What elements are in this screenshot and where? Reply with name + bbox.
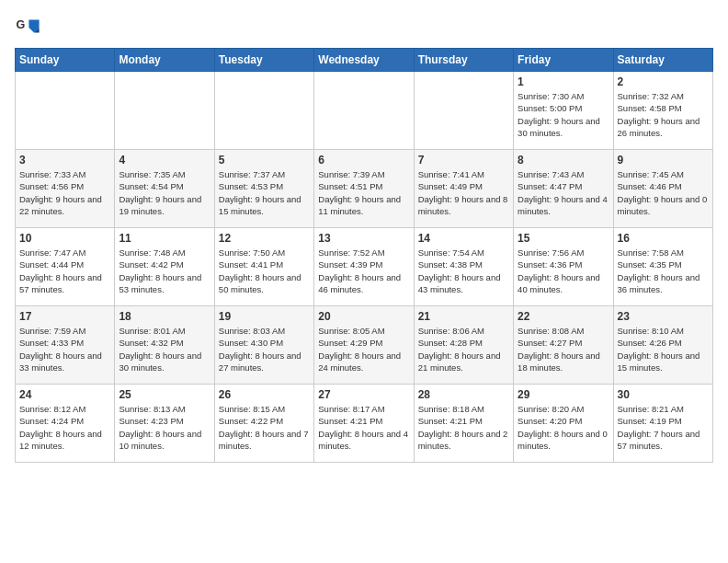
calendar-cell	[414, 72, 513, 150]
calendar-cell	[16, 72, 115, 150]
day-info: Sunrise: 7:45 AM Sunset: 4:46 PM Dayligh…	[618, 168, 709, 217]
day-number: 3	[19, 154, 110, 167]
week-row-5: 24Sunrise: 8:12 AM Sunset: 4:24 PM Dayli…	[16, 385, 713, 463]
day-number: 25	[119, 388, 210, 401]
day-info: Sunrise: 8:17 AM Sunset: 4:21 PM Dayligh…	[318, 403, 409, 452]
day-number: 19	[219, 310, 310, 323]
weekday-header-friday: Friday	[514, 49, 613, 72]
day-info: Sunrise: 8:03 AM Sunset: 4:30 PM Dayligh…	[219, 325, 310, 373]
day-number: 27	[318, 388, 409, 401]
weekday-header-saturday: Saturday	[613, 49, 712, 72]
day-info: Sunrise: 8:21 AM Sunset: 4:19 PM Dayligh…	[618, 403, 709, 452]
week-row-1: 1Sunrise: 7:30 AM Sunset: 5:00 PM Daylig…	[16, 72, 713, 150]
calendar-table: SundayMondayTuesdayWednesdayThursdayFrid…	[15, 48, 713, 463]
calendar-cell: 15Sunrise: 7:56 AM Sunset: 4:36 PM Dayli…	[514, 228, 613, 306]
calendar-cell: 18Sunrise: 8:01 AM Sunset: 4:32 PM Dayli…	[115, 306, 214, 385]
day-info: Sunrise: 7:37 AM Sunset: 4:53 PM Dayligh…	[219, 168, 310, 217]
logo: G	[15, 15, 44, 40]
day-number: 29	[518, 388, 609, 401]
calendar-cell: 11Sunrise: 7:48 AM Sunset: 4:42 PM Dayli…	[115, 228, 214, 306]
day-info: Sunrise: 7:48 AM Sunset: 4:42 PM Dayligh…	[119, 247, 210, 295]
day-info: Sunrise: 8:10 AM Sunset: 4:26 PM Dayligh…	[618, 325, 709, 373]
calendar-cell: 22Sunrise: 8:08 AM Sunset: 4:27 PM Dayli…	[514, 306, 613, 385]
day-info: Sunrise: 7:43 AM Sunset: 4:47 PM Dayligh…	[518, 168, 609, 217]
day-number: 8	[518, 154, 609, 167]
calendar-cell: 28Sunrise: 8:18 AM Sunset: 4:21 PM Dayli…	[414, 385, 513, 463]
day-info: Sunrise: 7:33 AM Sunset: 4:56 PM Dayligh…	[19, 168, 110, 217]
day-number: 26	[219, 388, 310, 401]
day-info: Sunrise: 7:52 AM Sunset: 4:39 PM Dayligh…	[318, 247, 409, 295]
day-number: 1	[518, 75, 609, 88]
day-number: 5	[219, 154, 310, 167]
day-info: Sunrise: 8:01 AM Sunset: 4:32 PM Dayligh…	[119, 325, 210, 373]
day-info: Sunrise: 8:15 AM Sunset: 4:22 PM Dayligh…	[219, 403, 310, 452]
day-info: Sunrise: 7:39 AM Sunset: 4:51 PM Dayligh…	[318, 168, 409, 217]
day-number: 2	[618, 75, 709, 88]
day-info: Sunrise: 7:56 AM Sunset: 4:36 PM Dayligh…	[518, 247, 609, 295]
day-number: 14	[418, 232, 509, 245]
calendar-cell: 7Sunrise: 7:41 AM Sunset: 4:49 PM Daylig…	[414, 150, 513, 228]
day-info: Sunrise: 8:13 AM Sunset: 4:23 PM Dayligh…	[119, 403, 210, 452]
calendar-cell: 25Sunrise: 8:13 AM Sunset: 4:23 PM Dayli…	[115, 385, 214, 463]
day-info: Sunrise: 7:41 AM Sunset: 4:49 PM Dayligh…	[418, 168, 509, 217]
calendar-cell: 17Sunrise: 7:59 AM Sunset: 4:33 PM Dayli…	[16, 306, 115, 385]
day-info: Sunrise: 8:06 AM Sunset: 4:28 PM Dayligh…	[418, 325, 509, 373]
page-header: G	[15, 15, 713, 40]
calendar-cell: 10Sunrise: 7:47 AM Sunset: 4:44 PM Dayli…	[16, 228, 115, 306]
day-info: Sunrise: 7:59 AM Sunset: 4:33 PM Dayligh…	[19, 325, 110, 373]
calendar-cell: 9Sunrise: 7:45 AM Sunset: 4:46 PM Daylig…	[613, 150, 712, 228]
week-row-4: 17Sunrise: 7:59 AM Sunset: 4:33 PM Dayli…	[16, 306, 713, 385]
day-number: 15	[518, 232, 609, 245]
day-number: 18	[119, 310, 210, 323]
day-number: 13	[318, 232, 409, 245]
day-number: 23	[618, 310, 709, 323]
calendar-cell: 12Sunrise: 7:50 AM Sunset: 4:41 PM Dayli…	[214, 228, 313, 306]
day-number: 28	[418, 388, 509, 401]
day-number: 7	[418, 154, 509, 167]
day-info: Sunrise: 7:58 AM Sunset: 4:35 PM Dayligh…	[618, 247, 709, 295]
weekday-header-thursday: Thursday	[414, 49, 513, 72]
calendar-cell: 23Sunrise: 8:10 AM Sunset: 4:26 PM Dayli…	[613, 306, 712, 385]
calendar-cell	[115, 72, 214, 150]
day-info: Sunrise: 8:08 AM Sunset: 4:27 PM Dayligh…	[518, 325, 609, 373]
day-number: 16	[618, 232, 709, 245]
day-info: Sunrise: 7:30 AM Sunset: 5:00 PM Dayligh…	[518, 90, 609, 139]
day-number: 22	[518, 310, 609, 323]
calendar-cell: 2Sunrise: 7:32 AM Sunset: 4:58 PM Daylig…	[613, 72, 712, 150]
calendar-cell: 24Sunrise: 8:12 AM Sunset: 4:24 PM Dayli…	[16, 385, 115, 463]
weekday-header-sunday: Sunday	[16, 49, 115, 72]
calendar-cell: 3Sunrise: 7:33 AM Sunset: 4:56 PM Daylig…	[16, 150, 115, 228]
logo-icon: G	[15, 15, 40, 40]
svg-text:G: G	[16, 18, 25, 31]
day-info: Sunrise: 7:47 AM Sunset: 4:44 PM Dayligh…	[19, 247, 110, 295]
calendar-cell: 16Sunrise: 7:58 AM Sunset: 4:35 PM Dayli…	[613, 228, 712, 306]
weekday-header-row: SundayMondayTuesdayWednesdayThursdayFrid…	[16, 49, 713, 72]
calendar-cell: 4Sunrise: 7:35 AM Sunset: 4:54 PM Daylig…	[115, 150, 214, 228]
calendar-cell: 19Sunrise: 8:03 AM Sunset: 4:30 PM Dayli…	[214, 306, 313, 385]
day-info: Sunrise: 8:12 AM Sunset: 4:24 PM Dayligh…	[19, 403, 110, 452]
day-number: 30	[618, 388, 709, 401]
week-row-2: 3Sunrise: 7:33 AM Sunset: 4:56 PM Daylig…	[16, 150, 713, 228]
calendar-cell: 27Sunrise: 8:17 AM Sunset: 4:21 PM Dayli…	[314, 385, 414, 463]
day-number: 4	[119, 154, 210, 167]
calendar-cell: 1Sunrise: 7:30 AM Sunset: 5:00 PM Daylig…	[514, 72, 613, 150]
calendar-cell: 30Sunrise: 8:21 AM Sunset: 4:19 PM Dayli…	[613, 385, 712, 463]
day-info: Sunrise: 7:32 AM Sunset: 4:58 PM Dayligh…	[618, 90, 709, 139]
calendar-cell: 6Sunrise: 7:39 AM Sunset: 4:51 PM Daylig…	[314, 150, 414, 228]
day-info: Sunrise: 7:35 AM Sunset: 4:54 PM Dayligh…	[119, 168, 210, 217]
weekday-header-tuesday: Tuesday	[214, 49, 313, 72]
calendar-cell: 8Sunrise: 7:43 AM Sunset: 4:47 PM Daylig…	[514, 150, 613, 228]
calendar-cell: 5Sunrise: 7:37 AM Sunset: 4:53 PM Daylig…	[214, 150, 313, 228]
day-number: 21	[418, 310, 509, 323]
calendar-cell: 20Sunrise: 8:05 AM Sunset: 4:29 PM Dayli…	[314, 306, 414, 385]
day-number: 20	[318, 310, 409, 323]
day-info: Sunrise: 7:54 AM Sunset: 4:38 PM Dayligh…	[418, 247, 509, 295]
calendar-cell: 14Sunrise: 7:54 AM Sunset: 4:38 PM Dayli…	[414, 228, 513, 306]
week-row-3: 10Sunrise: 7:47 AM Sunset: 4:44 PM Dayli…	[16, 228, 713, 306]
day-number: 17	[19, 310, 110, 323]
day-number: 12	[219, 232, 310, 245]
calendar-cell	[214, 72, 313, 150]
calendar-cell: 13Sunrise: 7:52 AM Sunset: 4:39 PM Dayli…	[314, 228, 414, 306]
day-info: Sunrise: 8:20 AM Sunset: 4:20 PM Dayligh…	[518, 403, 609, 452]
calendar-cell: 26Sunrise: 8:15 AM Sunset: 4:22 PM Dayli…	[214, 385, 313, 463]
